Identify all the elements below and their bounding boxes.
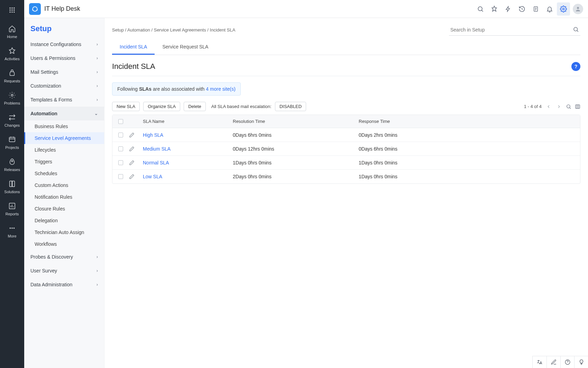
sidebar-section-probes-discovery[interactable]: Probes & Discovery›	[24, 250, 104, 264]
sidebar-item-triggers[interactable]: Triggers	[24, 156, 104, 168]
svg-point-17	[478, 7, 482, 11]
svg-point-6	[10, 11, 11, 12]
info-banner: Following SLAs are also associated with …	[112, 82, 241, 96]
avatar[interactable]	[573, 4, 583, 14]
sidebar-item-business-rules[interactable]: Business Rules	[24, 120, 104, 132]
response-value: 1Days 0hrs 0mins	[359, 160, 580, 165]
table-row: Normal SLA 1Days 0hrs 0mins 1Days 0hrs 0…	[112, 156, 580, 170]
rail-changes[interactable]: Changes	[0, 109, 24, 132]
language-icon[interactable]	[533, 356, 546, 368]
breadcrumb-automation[interactable]: Automation	[127, 27, 150, 33]
delete-button[interactable]: Delete	[184, 102, 206, 111]
pager-prev-icon[interactable]	[545, 103, 552, 110]
sidebar-item-workflows[interactable]: Workflows	[24, 238, 104, 250]
escalation-label: All SLA based mail escalation:	[211, 104, 272, 109]
escalation-toggle[interactable]: DISABLED	[275, 102, 306, 111]
table-search-icon[interactable]	[566, 104, 571, 109]
sidebar-section-automation[interactable]: Automation⌄	[24, 107, 104, 120]
response-value: 0Days 2hrs 0mins	[359, 132, 580, 138]
more-sites-link[interactable]: 4 more site(s)	[206, 86, 236, 92]
sidebar-section-data-administration[interactable]: Data Administration›	[24, 278, 104, 291]
edit-icon[interactable]	[129, 132, 143, 138]
rail-label: Changes	[4, 123, 20, 127]
sidebar-section-templates-forms[interactable]: Templates & Forms›	[24, 93, 104, 107]
edit-icon[interactable]	[129, 174, 143, 179]
svg-point-11	[11, 160, 13, 162]
svg-point-20	[577, 7, 579, 9]
sla-name-link[interactable]: High SLA	[143, 132, 163, 138]
svg-point-4	[11, 9, 12, 10]
sla-name-link[interactable]: Low SLA	[143, 174, 162, 179]
rail-releases[interactable]: Releases	[0, 154, 24, 176]
pager-next-icon[interactable]	[555, 103, 562, 110]
organize-sla-button[interactable]: Organize SLA	[143, 102, 180, 111]
edit-icon[interactable]	[129, 146, 143, 152]
tab-incident-sla[interactable]: Incident SLA	[112, 39, 155, 55]
lightbulb-icon[interactable]	[574, 356, 588, 368]
rail-activities[interactable]: Activities	[0, 43, 24, 65]
search-icon[interactable]	[474, 2, 487, 16]
sidebar-item-technician-auto-assign[interactable]: Technician Auto Assign	[24, 226, 104, 238]
tab-service-request-sla[interactable]: Service Request SLA	[155, 39, 216, 55]
sidebar-section-customization[interactable]: Customization›	[24, 79, 104, 93]
breadcrumb-setup[interactable]: Setup	[112, 27, 124, 33]
select-all-checkbox[interactable]	[118, 119, 123, 124]
apps-grid-icon[interactable]	[6, 4, 18, 16]
sla-name-link[interactable]: Normal SLA	[143, 160, 169, 165]
sidebar-item-service-level-agreements[interactable]: Service Level Agreements	[24, 132, 104, 144]
setup-search	[449, 24, 580, 36]
search-icon[interactable]	[573, 26, 579, 33]
rail-solutions[interactable]: Solutions	[0, 176, 24, 198]
compose-icon[interactable]	[546, 356, 560, 368]
rail-requests[interactable]: Requests	[0, 65, 24, 87]
rail-reports[interactable]: Reports	[0, 198, 24, 220]
rail-label: Activities	[4, 57, 19, 61]
col-sla-name[interactable]: SLA Name	[143, 119, 233, 124]
sidebar-item-schedules[interactable]: Schedules	[24, 168, 104, 179]
rail-label: Problems	[4, 101, 20, 105]
row-checkbox[interactable]	[118, 174, 123, 179]
main-content: Setup / Automation / Service Level Agree…	[104, 18, 588, 368]
sidebar-item-delegation[interactable]: Delegation	[24, 215, 104, 226]
svg-point-8	[13, 11, 15, 12]
sla-table: SLA Name Resolution Time Response Time H…	[112, 115, 580, 184]
help-icon[interactable]	[560, 356, 574, 368]
new-sla-button[interactable]: New SLA	[112, 102, 140, 111]
svg-rect-23	[576, 105, 580, 108]
notes-icon[interactable]	[529, 2, 542, 16]
col-response-time[interactable]: Response Time	[359, 119, 580, 124]
brand-title: IT Help Desk	[44, 5, 80, 12]
col-resolution-time[interactable]: Resolution Time	[233, 119, 359, 124]
sidebar-section-users-permissions[interactable]: Users & Permissions›	[24, 51, 104, 65]
history-icon[interactable]	[515, 2, 529, 16]
sidebar-item-closure-rules[interactable]: Closure Rules	[24, 203, 104, 215]
table-row: Low SLA 2Days 0hrs 0mins 1Days 0hrs 0min…	[112, 170, 580, 183]
sidebar-item-lifecycles[interactable]: Lifecycles	[24, 144, 104, 156]
row-checkbox[interactable]	[118, 160, 123, 165]
breadcrumb-sla[interactable]: Service Level Agreements	[154, 27, 206, 33]
sla-name-link[interactable]: Medium SLA	[143, 146, 171, 152]
setup-search-input[interactable]	[449, 24, 580, 36]
sidebar-item-custom-actions[interactable]: Custom Actions	[24, 179, 104, 191]
sidebar-section-instance-configurations[interactable]: Instance Configurations›	[24, 37, 104, 51]
bell-icon[interactable]	[543, 2, 556, 16]
table-columns-icon[interactable]	[575, 104, 580, 109]
bolt-icon[interactable]	[502, 2, 515, 16]
rail-home[interactable]: Home	[0, 21, 24, 43]
rail-projects[interactable]: Projects	[0, 132, 24, 154]
svg-point-0	[10, 8, 11, 9]
rail-problems[interactable]: Problems	[0, 87, 24, 109]
row-checkbox[interactable]	[118, 146, 123, 151]
rail-more[interactable]: More	[0, 220, 24, 242]
sidebar-section-user-survey[interactable]: User Survey›	[24, 264, 104, 278]
gear-icon[interactable]	[557, 2, 570, 16]
svg-point-9	[11, 94, 13, 96]
svg-rect-10	[9, 137, 15, 142]
pin-icon[interactable]	[488, 2, 501, 16]
sidebar-section-mail-settings[interactable]: Mail Settings›	[24, 65, 104, 79]
row-checkbox[interactable]	[118, 133, 123, 137]
sidebar-item-notification-rules[interactable]: Notification Rules	[24, 191, 104, 203]
response-value: 0Days 6hrs 0mins	[359, 146, 580, 152]
edit-icon[interactable]	[129, 160, 143, 165]
help-button[interactable]: ?	[571, 62, 580, 71]
